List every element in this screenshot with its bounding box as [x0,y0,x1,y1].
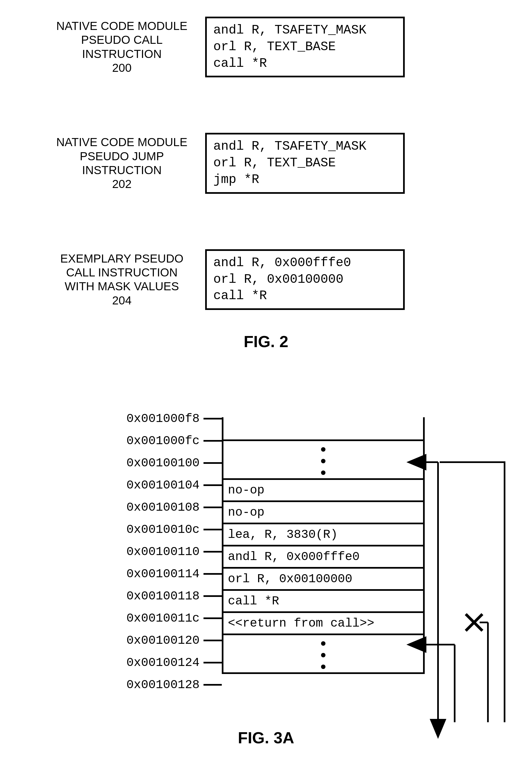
code-line: jmp *R [214,172,259,187]
fig2-block-200: NATIVE CODE MODULE PSEUDO CALL INSTRUCTI… [44,17,488,77]
label-line: CALL INSTRUCTION [44,266,200,280]
fig2-block-202-label: NATIVE CODE MODULE PSEUDO JUMP INSTRUCTI… [44,135,200,191]
label-line: EXEMPLARY PSEUDO [44,252,200,266]
fig3a: 0x001000f80x001000fc0x001001000x00100104… [55,406,527,758]
fig2-block-204-label: EXEMPLARY PSEUDO CALL INSTRUCTION WITH M… [44,252,200,308]
label-line: INSTRUCTION [44,47,200,61]
label-line: PSEUDO CALL [44,33,200,47]
code-line: orl R, TEXT_BASE [214,40,336,54]
code-line: orl R, TEXT_BASE [214,156,336,170]
fig2-block-204: EXEMPLARY PSEUDO CALL INSTRUCTION WITH M… [44,249,488,310]
label-line: NATIVE CODE MODULE [44,19,200,33]
fig2-block-202: NATIVE CODE MODULE PSEUDO JUMP INSTRUCTI… [44,133,488,193]
fig2-caption: FIG. 2 [44,332,488,351]
label-line: WITH MASK VALUES [44,280,200,293]
code-line: call *R [214,56,267,71]
code-line: orl R, 0x00100000 [214,272,344,287]
fig3a-caption: FIG. 3A [0,728,532,747]
fig2-block-200-code: andl R, TSAFETY_MASK orl R, TEXT_BASE ca… [205,17,405,77]
code-line: andl R, 0x000fffe0 [214,256,351,270]
label-line: PSEUDO JUMP [44,150,200,163]
fig2-block-204-code: andl R, 0x000fffe0 orl R, 0x00100000 cal… [205,249,405,310]
page: NATIVE CODE MODULE PSEUDO CALL INSTRUCTI… [0,0,532,758]
label-line: INSTRUCTION [44,163,200,177]
fig2-block-202-code: andl R, TSAFETY_MASK orl R, TEXT_BASE jm… [205,133,405,193]
fig2: NATIVE CODE MODULE PSEUDO CALL INSTRUCTI… [44,17,488,351]
code-line: call *R [214,289,267,303]
label-line: 202 [44,177,200,191]
arrows-svg [55,406,527,758]
label-line: 204 [44,293,200,307]
label-line: NATIVE CODE MODULE [44,135,200,149]
code-line: andl R, TSAFETY_MASK [214,23,367,37]
label-line: 200 [44,61,200,75]
fig2-block-200-label: NATIVE CODE MODULE PSEUDO CALL INSTRUCTI… [44,19,200,75]
code-line: andl R, TSAFETY_MASK [214,139,367,154]
